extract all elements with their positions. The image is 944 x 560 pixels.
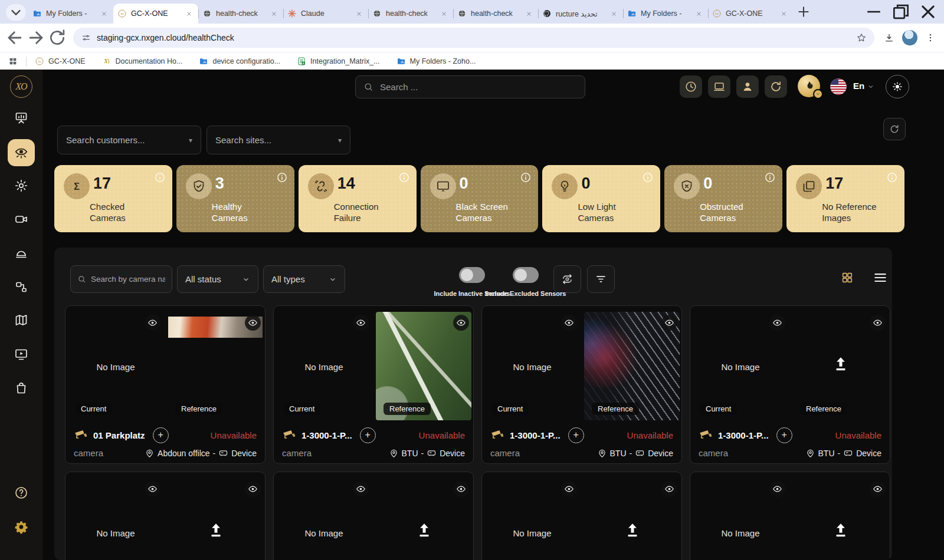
sidebar-item-playback[interactable] (14, 347, 28, 361)
stat-card[interactable]: 3 Healthy Cameras (176, 165, 294, 232)
app-logo[interactable]: XO (10, 75, 32, 98)
add-reference-button[interactable]: + (776, 427, 792, 443)
browser-tab[interactable]: Claude (283, 4, 368, 24)
info-icon[interactable] (764, 172, 776, 183)
profile-avatar[interactable] (902, 30, 917, 45)
tab-close-icon[interactable] (184, 9, 194, 19)
add-reference-button[interactable]: + (153, 427, 169, 443)
bookmark-star-icon[interactable] (853, 29, 870, 46)
tab-close-icon[interactable] (269, 9, 279, 19)
info-icon[interactable] (398, 172, 410, 183)
preview-reference-eye-icon[interactable] (453, 315, 469, 331)
tab-search-button[interactable] (6, 4, 26, 21)
tab-close-icon[interactable] (354, 9, 364, 19)
preview-reference-eye-icon[interactable] (245, 481, 261, 497)
customers-select[interactable]: Search customers... ▾ (57, 126, 201, 154)
profile-button[interactable] (736, 75, 759, 98)
info-icon[interactable] (520, 172, 532, 183)
tab-close-icon[interactable] (524, 9, 534, 19)
preview-current-eye-icon[interactable] (769, 315, 785, 331)
bookmark-item[interactable]: X Documentation Ho... (102, 57, 183, 66)
stat-card[interactable]: 17 No Reference Images (786, 165, 904, 232)
theme-toggle-button[interactable] (886, 75, 909, 98)
browser-tab[interactable]: xo GC-X-ONE (708, 4, 793, 24)
stat-card[interactable]: 0 Low Light Cameras (542, 165, 660, 232)
back-button[interactable] (5, 28, 25, 48)
sidebar-item-preferences[interactable] (14, 520, 28, 534)
types-select[interactable]: All types (263, 265, 345, 293)
sidebar-item-dashboard[interactable] (14, 111, 28, 125)
info-icon[interactable] (154, 172, 166, 183)
filter-button[interactable] (587, 265, 615, 293)
preview-reference-eye-icon[interactable] (870, 481, 886, 497)
browser-tab[interactable]: health-check (453, 4, 538, 24)
preview-current-eye-icon[interactable] (561, 315, 577, 331)
list-view-button[interactable] (873, 270, 888, 285)
refresh-button[interactable] (765, 75, 787, 98)
upload-reference-icon[interactable] (207, 522, 225, 539)
restore-button[interactable] (887, 0, 914, 24)
preview-current-eye-icon[interactable] (353, 481, 369, 497)
tab-close-icon[interactable] (99, 9, 109, 19)
language-selector[interactable]: En (853, 81, 874, 91)
upload-reference-icon[interactable] (415, 522, 433, 539)
add-reference-button[interactable]: + (568, 427, 584, 443)
toggle-switch[interactable] (513, 267, 539, 283)
stat-card[interactable]: 0 Black Screen Cameras (421, 165, 539, 232)
info-icon[interactable] (276, 172, 288, 183)
devices-button[interactable] (708, 75, 730, 98)
tab-close-icon[interactable] (779, 9, 789, 19)
preview-current-eye-icon[interactable] (769, 481, 785, 497)
sidebar-item-alerts[interactable] (14, 246, 28, 260)
sites-select[interactable]: Search sites... ▾ (206, 126, 350, 154)
stat-card[interactable]: 0 Obstructed Cameras (664, 165, 782, 232)
preview-current-eye-icon[interactable] (145, 481, 160, 497)
minimize-button[interactable] (860, 0, 887, 24)
bookmark-item[interactable]: device configuratio... (199, 57, 280, 66)
new-tab-button[interactable] (795, 4, 812, 20)
preview-reference-eye-icon[interactable] (661, 481, 677, 497)
url-text[interactable]: staging-gcx.nxgen.cloud/healthCheck (97, 33, 847, 42)
global-search-input[interactable] (380, 82, 577, 92)
sidebar-item-settings[interactable] (14, 179, 28, 193)
forward-button[interactable] (26, 28, 46, 48)
sidebar-item-health-check[interactable] (8, 139, 35, 166)
sidebar-item-help[interactable] (14, 486, 28, 500)
add-reference-button[interactable]: + (360, 427, 376, 443)
tab-close-icon[interactable] (439, 9, 449, 19)
bookmark-item[interactable]: Integration_Matrix_... (297, 57, 379, 66)
preview-current-eye-icon[interactable] (561, 481, 577, 497)
sidebar-item-map[interactable] (14, 313, 28, 327)
camera-search-input[interactable] (91, 275, 165, 284)
browser-tab[interactable]: health-check (198, 4, 283, 24)
browser-tab[interactable]: xo GC-X-ONE (113, 4, 198, 24)
address-bar[interactable]: staging-gcx.nxgen.cloud/healthCheck (73, 28, 874, 48)
status-select[interactable]: All status (177, 265, 258, 293)
reload-button[interactable] (47, 28, 67, 48)
downloads-button[interactable] (880, 29, 898, 47)
sidebar-item-topology[interactable] (14, 280, 28, 294)
preview-reference-eye-icon[interactable] (870, 315, 886, 331)
sidebar-item-cameras[interactable] (14, 212, 28, 226)
upload-reference-icon[interactable] (624, 522, 641, 539)
rewards-badge[interactable] (798, 75, 820, 97)
bookmark-item[interactable]: xo GC-X-ONE (35, 57, 86, 66)
browser-tab[interactable]: My Folders - (623, 4, 708, 24)
close-window-button[interactable] (914, 0, 942, 24)
info-icon[interactable] (642, 172, 654, 183)
browser-tab[interactable]: ructure تحديد (538, 4, 623, 24)
browser-tab[interactable]: My Folders - (28, 4, 113, 24)
preview-current-eye-icon[interactable] (145, 315, 160, 331)
site-settings-icon[interactable] (81, 33, 91, 42)
info-icon[interactable] (886, 172, 898, 183)
upload-reference-icon[interactable] (832, 355, 850, 373)
stat-card[interactable]: 14 Connection Failure (299, 165, 417, 232)
tab-close-icon[interactable] (609, 9, 619, 19)
preview-reference-eye-icon[interactable] (453, 481, 469, 497)
stat-card[interactable]: Σ 17 Checked Cameras (54, 165, 172, 232)
tab-close-icon[interactable] (694, 9, 704, 19)
preview-reference-eye-icon[interactable] (661, 315, 677, 331)
sidebar-item-store[interactable] (14, 381, 28, 395)
preview-reference-eye-icon[interactable] (245, 315, 261, 331)
apps-grid-icon[interactable] (8, 57, 18, 66)
